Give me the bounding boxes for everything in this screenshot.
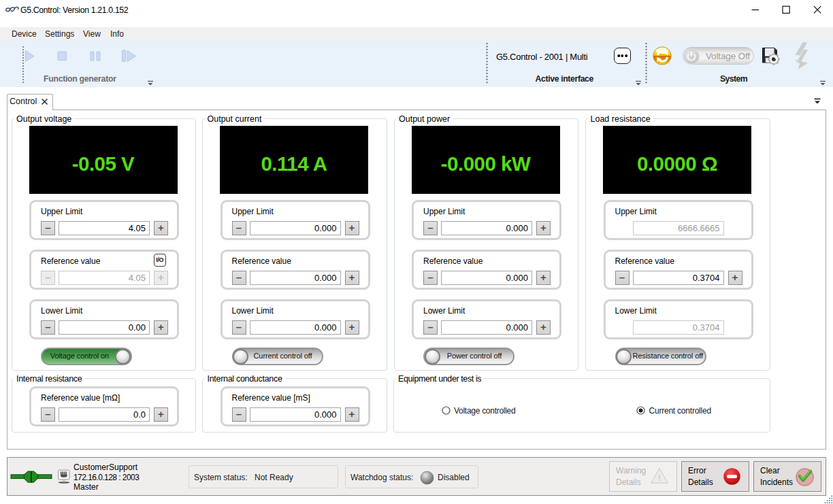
- svg-text:!: !: [658, 473, 661, 483]
